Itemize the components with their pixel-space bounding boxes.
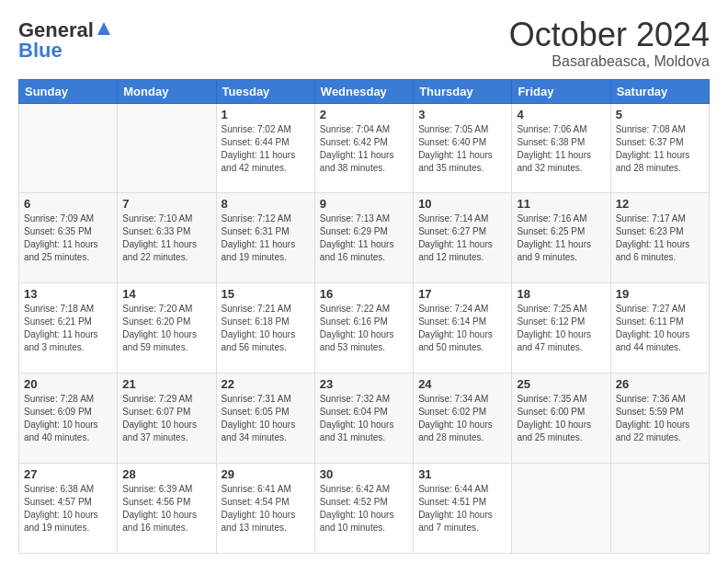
calendar-cell: 7Sunrise: 7:10 AM Sunset: 6:33 PM Daylig… xyxy=(118,193,216,283)
month-title: October 2024 xyxy=(509,17,710,53)
calendar-cell: 14Sunrise: 7:20 AM Sunset: 6:20 PM Dayli… xyxy=(118,283,216,373)
day-info: Sunrise: 7:31 AM Sunset: 6:05 PM Dayligh… xyxy=(222,393,310,444)
day-info: Sunrise: 7:25 AM Sunset: 6:12 PM Dayligh… xyxy=(517,303,605,354)
day-info: Sunrise: 7:08 AM Sunset: 6:37 PM Dayligh… xyxy=(616,123,704,175)
calendar-cell: 9Sunrise: 7:13 AM Sunset: 6:29 PM Daylig… xyxy=(314,193,413,283)
day-number: 10 xyxy=(418,197,506,211)
day-number: 26 xyxy=(616,377,704,391)
day-info: Sunrise: 7:35 AM Sunset: 6:00 PM Dayligh… xyxy=(517,393,605,444)
calendar-cell: 23Sunrise: 7:32 AM Sunset: 6:04 PM Dayli… xyxy=(314,373,413,464)
calendar-cell: 19Sunrise: 7:27 AM Sunset: 6:11 PM Dayli… xyxy=(610,283,709,373)
calendar-week-row: 1Sunrise: 7:02 AM Sunset: 6:44 PM Daylig… xyxy=(19,103,710,193)
calendar-cell: 2Sunrise: 7:04 AM Sunset: 6:42 PM Daylig… xyxy=(314,103,413,193)
day-number: 9 xyxy=(320,197,408,211)
day-number: 5 xyxy=(616,108,704,121)
day-number: 7 xyxy=(122,197,210,211)
calendar-header-thursday: Thursday xyxy=(414,79,512,103)
day-number: 18 xyxy=(517,287,605,301)
calendar-cell: 21Sunrise: 7:29 AM Sunset: 6:07 PM Dayli… xyxy=(118,373,216,464)
header: General Blue October 2024 Basarabeasca, … xyxy=(18,17,710,70)
day-number: 17 xyxy=(418,287,506,301)
day-info: Sunrise: 6:39 AM Sunset: 4:56 PM Dayligh… xyxy=(122,483,210,534)
logo-icon xyxy=(96,20,112,37)
calendar-cell: 3Sunrise: 7:05 AM Sunset: 6:40 PM Daylig… xyxy=(414,103,512,193)
calendar-cell: 25Sunrise: 7:35 AM Sunset: 6:00 PM Dayli… xyxy=(512,373,610,464)
day-number: 12 xyxy=(616,197,704,211)
calendar-cell: 31Sunrise: 6:44 AM Sunset: 4:51 PM Dayli… xyxy=(414,464,512,554)
calendar-cell: 20Sunrise: 7:28 AM Sunset: 6:09 PM Dayli… xyxy=(19,373,118,464)
day-info: Sunrise: 7:12 AM Sunset: 6:31 PM Dayligh… xyxy=(222,213,310,264)
day-info: Sunrise: 7:04 AM Sunset: 6:42 PM Dayligh… xyxy=(320,123,408,175)
day-info: Sunrise: 7:29 AM Sunset: 6:07 PM Dayligh… xyxy=(122,393,210,444)
day-number: 8 xyxy=(222,197,310,211)
day-info: Sunrise: 7:20 AM Sunset: 6:20 PM Dayligh… xyxy=(122,303,210,354)
calendar-cell: 13Sunrise: 7:18 AM Sunset: 6:21 PM Dayli… xyxy=(19,283,118,373)
day-number: 1 xyxy=(222,108,310,121)
day-info: Sunrise: 7:22 AM Sunset: 6:16 PM Dayligh… xyxy=(320,303,408,354)
calendar-cell xyxy=(118,103,216,193)
day-number: 25 xyxy=(517,377,605,391)
calendar-header-saturday: Saturday xyxy=(610,79,709,103)
day-number: 23 xyxy=(320,377,408,391)
calendar-cell: 16Sunrise: 7:22 AM Sunset: 6:16 PM Dayli… xyxy=(314,283,413,373)
day-info: Sunrise: 7:17 AM Sunset: 6:23 PM Dayligh… xyxy=(616,213,704,264)
day-number: 20 xyxy=(24,377,112,391)
calendar-cell: 27Sunrise: 6:38 AM Sunset: 4:57 PM Dayli… xyxy=(19,464,118,554)
day-number: 4 xyxy=(517,108,605,121)
day-number: 28 xyxy=(122,467,210,481)
calendar-cell: 5Sunrise: 7:08 AM Sunset: 6:37 PM Daylig… xyxy=(610,103,709,193)
day-number: 29 xyxy=(222,467,310,481)
day-number: 6 xyxy=(24,197,112,211)
calendar-header-wednesday: Wednesday xyxy=(314,79,413,103)
day-info: Sunrise: 7:21 AM Sunset: 6:18 PM Dayligh… xyxy=(222,303,310,354)
calendar-cell: 4Sunrise: 7:06 AM Sunset: 6:38 PM Daylig… xyxy=(512,103,610,193)
day-number: 13 xyxy=(24,287,112,301)
day-number: 2 xyxy=(320,108,408,121)
day-number: 3 xyxy=(418,108,506,121)
logo-general-text: General xyxy=(18,20,94,40)
svg-marker-0 xyxy=(97,22,110,35)
location: Basarabeasca, Moldova xyxy=(509,53,710,70)
day-info: Sunrise: 7:28 AM Sunset: 6:09 PM Dayligh… xyxy=(24,393,112,444)
calendar-cell: 6Sunrise: 7:09 AM Sunset: 6:35 PM Daylig… xyxy=(19,193,118,283)
day-info: Sunrise: 7:36 AM Sunset: 5:59 PM Dayligh… xyxy=(616,393,704,444)
title-area: October 2024 Basarabeasca, Moldova xyxy=(509,17,710,70)
day-number: 24 xyxy=(418,377,506,391)
calendar-week-row: 6Sunrise: 7:09 AM Sunset: 6:35 PM Daylig… xyxy=(19,193,710,283)
day-number: 30 xyxy=(320,467,408,481)
day-info: Sunrise: 7:34 AM Sunset: 6:02 PM Dayligh… xyxy=(418,393,506,444)
day-info: Sunrise: 7:16 AM Sunset: 6:25 PM Dayligh… xyxy=(517,213,605,264)
day-info: Sunrise: 7:10 AM Sunset: 6:33 PM Dayligh… xyxy=(122,213,210,264)
calendar-cell xyxy=(512,464,610,554)
day-info: Sunrise: 7:14 AM Sunset: 6:27 PM Dayligh… xyxy=(418,213,506,264)
day-info: Sunrise: 7:27 AM Sunset: 6:11 PM Dayligh… xyxy=(616,303,704,354)
calendar-cell: 11Sunrise: 7:16 AM Sunset: 6:25 PM Dayli… xyxy=(512,193,610,283)
calendar-week-row: 20Sunrise: 7:28 AM Sunset: 6:09 PM Dayli… xyxy=(19,373,710,464)
day-number: 16 xyxy=(320,287,408,301)
day-info: Sunrise: 7:18 AM Sunset: 6:21 PM Dayligh… xyxy=(24,303,112,354)
calendar-cell: 18Sunrise: 7:25 AM Sunset: 6:12 PM Dayli… xyxy=(512,283,610,373)
day-info: Sunrise: 7:13 AM Sunset: 6:29 PM Dayligh… xyxy=(320,213,408,264)
calendar-cell: 15Sunrise: 7:21 AM Sunset: 6:18 PM Dayli… xyxy=(216,283,314,373)
calendar-cell: 1Sunrise: 7:02 AM Sunset: 6:44 PM Daylig… xyxy=(216,103,314,193)
calendar-header-row: SundayMondayTuesdayWednesdayThursdayFrid… xyxy=(19,79,710,103)
day-number: 19 xyxy=(616,287,704,301)
day-number: 11 xyxy=(517,197,605,211)
day-number: 21 xyxy=(122,377,210,391)
calendar-cell xyxy=(610,464,709,554)
calendar-cell: 22Sunrise: 7:31 AM Sunset: 6:05 PM Dayli… xyxy=(216,373,314,464)
calendar-cell: 24Sunrise: 7:34 AM Sunset: 6:02 PM Dayli… xyxy=(414,373,512,464)
calendar-header-monday: Monday xyxy=(118,79,216,103)
day-info: Sunrise: 6:44 AM Sunset: 4:51 PM Dayligh… xyxy=(418,483,506,534)
day-number: 31 xyxy=(418,467,506,481)
day-info: Sunrise: 7:02 AM Sunset: 6:44 PM Dayligh… xyxy=(222,123,310,175)
day-info: Sunrise: 7:09 AM Sunset: 6:35 PM Dayligh… xyxy=(24,213,112,264)
day-number: 15 xyxy=(222,287,310,301)
calendar-header-sunday: Sunday xyxy=(19,79,118,103)
calendar-cell: 8Sunrise: 7:12 AM Sunset: 6:31 PM Daylig… xyxy=(216,193,314,283)
calendar-cell: 17Sunrise: 7:24 AM Sunset: 6:14 PM Dayli… xyxy=(414,283,512,373)
day-info: Sunrise: 7:06 AM Sunset: 6:38 PM Dayligh… xyxy=(517,123,605,175)
calendar-cell: 12Sunrise: 7:17 AM Sunset: 6:23 PM Dayli… xyxy=(610,193,709,283)
calendar-header-friday: Friday xyxy=(512,79,610,103)
logo-blue-text: Blue xyxy=(18,40,63,61)
